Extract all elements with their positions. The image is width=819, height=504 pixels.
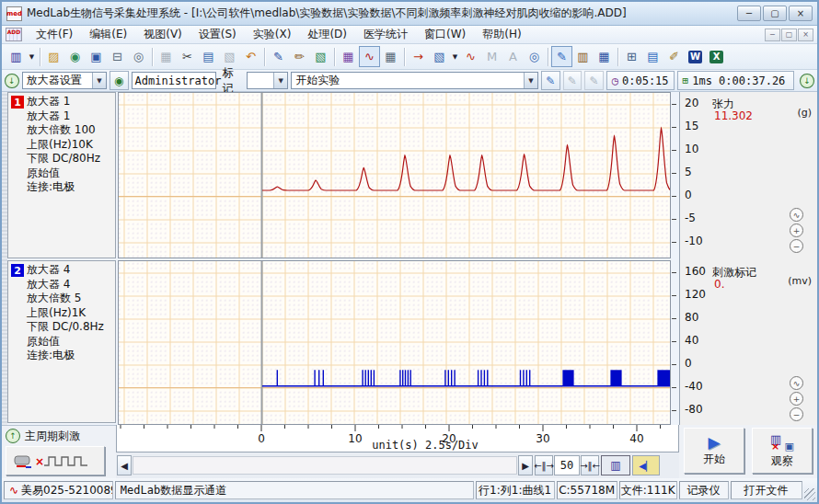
scroll-left-button[interactable]: ◀	[117, 455, 132, 475]
report-view-icon: ▥	[577, 50, 588, 63]
compress-wave-icon: →‖←	[580, 461, 600, 471]
save-button[interactable]: ▣	[86, 46, 107, 67]
toolbar-separator	[334, 48, 335, 66]
menu-item-3[interactable]: 设置(S)	[190, 25, 245, 44]
channel1-value: 11.302	[714, 109, 753, 122]
all-ff-mode-icon: A	[509, 50, 517, 63]
start-button[interactable]: ▶ 开始	[684, 428, 744, 474]
recorder-device-button[interactable]: ▥	[6, 46, 27, 67]
autoscale-button[interactable]: ∿	[790, 376, 803, 390]
compress-timebase-button[interactable]: →‖←	[581, 455, 599, 475]
pen-tools-icon: ✐	[669, 50, 679, 63]
y-tick-label: 120	[685, 288, 712, 301]
menu-item-7[interactable]: 窗口(W)	[416, 25, 474, 44]
pen-tools-button[interactable]: ✐	[663, 46, 685, 67]
excel-export-button[interactable]: X	[706, 46, 727, 67]
zoom-in-scale-button[interactable]: +	[790, 223, 803, 237]
scroll-track[interactable]	[133, 456, 517, 475]
expand-timebase-button[interactable]: ←‖→	[535, 455, 553, 475]
menu-item-5[interactable]: 处理(D)	[299, 25, 355, 44]
minimize-button[interactable]: ─	[737, 6, 761, 21]
mdi-restore-button[interactable]: ▢	[781, 29, 797, 41]
mdi-minimize-button[interactable]: ─	[765, 29, 780, 41]
copy-button[interactable]: ▤	[198, 46, 219, 67]
tension-chart[interactable]	[118, 92, 671, 258]
cut-button[interactable]: ✂	[177, 46, 198, 67]
setting-line-2: 放大倍数 100	[27, 123, 100, 138]
export-report-button[interactable]: ✎	[268, 46, 289, 67]
calculator-button[interactable]: ⊞	[621, 46, 642, 67]
zoom-in-scale-button[interactable]: +	[790, 392, 803, 406]
timebase-value[interactable]: 50	[554, 455, 580, 475]
edit-mark-button[interactable]: ✎	[541, 71, 560, 90]
data-table-lock-button[interactable]: ▦	[338, 46, 359, 67]
expand-stimulus-button[interactable]: ↑	[6, 429, 20, 443]
mf-mode-button: M	[481, 46, 502, 67]
stimulator-button[interactable]: ×	[6, 446, 105, 475]
insert-arrow-icon: ◀▏	[639, 461, 652, 471]
action-select[interactable]: 开始实验 ▼	[291, 72, 538, 89]
play-icon: ▶	[708, 435, 720, 451]
recorder-mode-button[interactable]: ▥	[601, 455, 630, 475]
report-view-button[interactable]: ▥	[572, 46, 594, 67]
user-field[interactable]: Administrator	[132, 72, 216, 89]
notebook-button[interactable]: ▤	[642, 46, 663, 67]
menu-item-8[interactable]: 帮助(H)	[474, 25, 529, 44]
mdi-close-button[interactable]: ×	[798, 29, 813, 41]
insert-cursor-button[interactable]: ◀▏	[632, 455, 660, 475]
print-button[interactable]: ⊟	[107, 46, 128, 67]
app-icon: med	[6, 6, 22, 21]
zoom-out-scale-button[interactable]: −	[790, 239, 803, 253]
resize-grip[interactable]	[804, 488, 815, 500]
scroll-right-button[interactable]: ▶	[518, 455, 533, 475]
edit-notes-button[interactable]: ✏	[289, 46, 310, 67]
chevron-down-icon[interactable]: ▼	[273, 73, 287, 88]
menu-bar: ADD 文件(F)编辑(E)视图(V)设置(S)实验(X)处理(D)医学统计窗口…	[2, 26, 817, 44]
data-grid-button[interactable]: ▦	[594, 46, 615, 67]
status-cell-1: C:55718M	[557, 481, 617, 499]
menu-item-2[interactable]: 视图(V)	[135, 25, 190, 44]
menu-item-6[interactable]: 医学统计	[355, 25, 416, 44]
import-data-button[interactable]: →	[408, 46, 429, 67]
web-update-button[interactable]: ◉	[64, 46, 86, 67]
menu-item-0[interactable]: 文件(F)	[28, 25, 81, 44]
collapse-panel-button[interactable]: ↓	[5, 74, 19, 88]
waveform-monitor-button[interactable]: ∿	[359, 46, 380, 67]
close-button[interactable]: ×	[789, 6, 813, 21]
autoscale-button[interactable]: ∿	[790, 208, 803, 222]
channel1-badge: 1	[11, 96, 24, 109]
panel-select[interactable]: 放大器设置 ▼	[22, 72, 107, 89]
menu-item-1[interactable]: 编辑(E)	[81, 25, 135, 44]
stimulator-button[interactable]: ∿	[460, 46, 481, 67]
user-icon-button[interactable]: ◉	[110, 71, 129, 90]
elapsed-time-box: ◷ 0:05:15	[606, 71, 675, 90]
word-export-button[interactable]: W	[685, 46, 706, 67]
print-preview-button[interactable]: ◎	[128, 46, 149, 67]
chevron-down-icon[interactable]: ▼	[450, 46, 460, 67]
chart-settings-button[interactable]: ✎	[551, 46, 572, 67]
mark-select[interactable]: ▼	[247, 72, 288, 89]
device-status: ∿ 美易025-52100890	[4, 481, 113, 499]
chevron-down-icon[interactable]: ▼	[27, 46, 37, 67]
recorder-icon: ▥	[610, 459, 620, 472]
heartbeat-icon: ∿	[9, 484, 18, 497]
grid-view-button[interactable]: ▦	[380, 46, 401, 67]
app-window: med MedLab生物信号采集处理系统 - [I:\公司软件\medlab\实…	[0, 0, 819, 504]
menu-item-4[interactable]: 实验(X)	[245, 25, 300, 44]
stimulus-chart[interactable]	[118, 260, 671, 425]
users-icon: ◉	[114, 74, 123, 87]
chevron-down-icon[interactable]: ▼	[524, 73, 537, 88]
image-capture-button[interactable]: ▧	[429, 46, 450, 67]
search-data-button[interactable]: ◎	[524, 46, 545, 67]
zoom-out-scale-button[interactable]: −	[790, 407, 803, 421]
y-tick-label: 20	[685, 97, 712, 109]
open-file-button[interactable]: ▨	[43, 46, 64, 67]
y-tick-label: 40	[685, 334, 712, 347]
maximize-button[interactable]: ▢	[763, 6, 787, 21]
setting-line-1: 放大器 1	[27, 109, 100, 124]
export-image-button[interactable]: ▧	[310, 46, 331, 67]
chevron-down-icon[interactable]: ▼	[92, 73, 106, 88]
collapse-right-panel-button[interactable]: ↓	[800, 74, 814, 88]
observe-button[interactable]: ▥×▣ 观察	[752, 428, 813, 474]
chart-region	[116, 92, 679, 425]
